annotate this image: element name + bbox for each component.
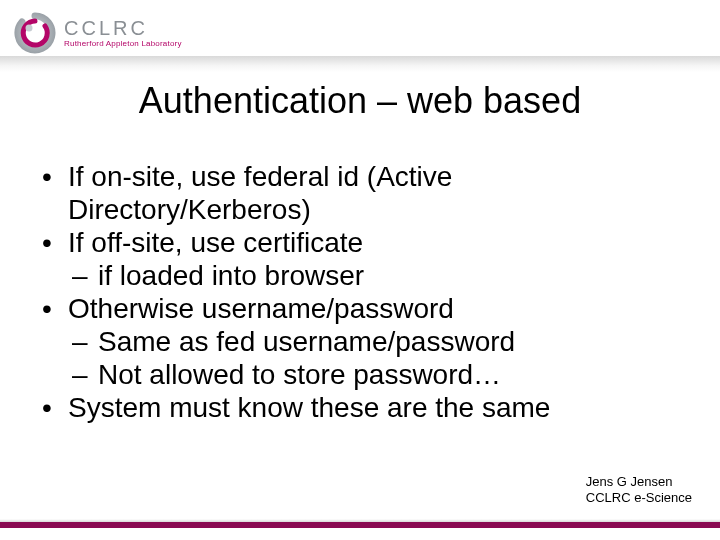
sub-bullet-text: Same as fed username/password <box>98 326 515 357</box>
sub-bullet: if loaded into browser <box>68 259 682 292</box>
logo-text: CCLRC Rutherford Appleton Laboratory <box>64 18 182 48</box>
bullet-text: If on-site, use federal id (Active Direc… <box>68 161 452 225</box>
sub-bullet: Not allowed to store password… <box>68 358 682 391</box>
slide: CCLRC Rutherford Appleton Laboratory Aut… <box>0 0 720 540</box>
svg-point-0 <box>26 25 33 32</box>
footer: Jens G Jensen CCLRC e-Science <box>586 474 692 507</box>
logo-main: CCLRC <box>64 18 182 38</box>
bullet-item: If off-site, use certificate if loaded i… <box>42 226 682 292</box>
bullet-text: Otherwise username/password <box>68 293 454 324</box>
bullet-item: System must know these are the same <box>42 391 682 424</box>
footer-bar <box>0 522 720 528</box>
logo-sub: Rutherford Appleton Laboratory <box>64 40 182 48</box>
slide-body: If on-site, use federal id (Active Direc… <box>42 160 682 424</box>
logo: CCLRC Rutherford Appleton Laboratory <box>14 12 182 54</box>
footer-author: Jens G Jensen <box>586 474 692 490</box>
sub-bullet-text: Not allowed to store password… <box>98 359 501 390</box>
logo-swirl-icon <box>14 12 56 54</box>
bullet-text: If off-site, use certificate <box>68 227 363 258</box>
bullet-list: If on-site, use federal id (Active Direc… <box>42 160 682 424</box>
sub-bullet-text: if loaded into browser <box>98 260 364 291</box>
sub-bullet: Same as fed username/password <box>68 325 682 358</box>
header-divider <box>0 56 720 72</box>
bullet-item: If on-site, use federal id (Active Direc… <box>42 160 682 226</box>
footer-org: CCLRC e-Science <box>586 490 692 506</box>
slide-title: Authentication – web based <box>0 80 720 122</box>
bullet-text: System must know these are the same <box>68 392 550 423</box>
bullet-item: Otherwise username/password Same as fed … <box>42 292 682 391</box>
